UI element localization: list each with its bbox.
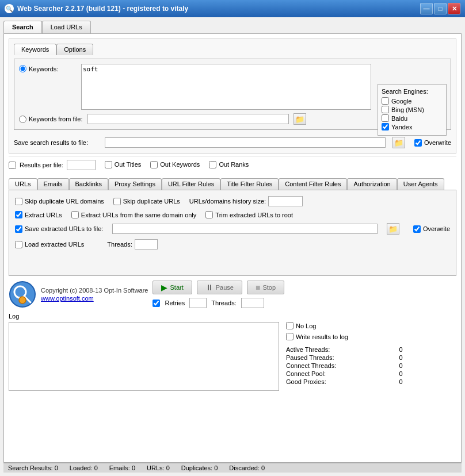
- skip-dup-domains-checkbox[interactable]: [15, 198, 22, 205]
- log-area: Log: [9, 313, 279, 458]
- engine-baidu-checkbox[interactable]: [382, 114, 389, 122]
- website-link[interactable]: www.optinsoft.com: [41, 295, 94, 302]
- no-log-checkbox[interactable]: [286, 322, 294, 329]
- save-extracted-overwrite: Overwrite: [413, 225, 450, 233]
- extract-same-domain-checkbox[interactable]: [71, 211, 79, 218]
- close-button[interactable]: ✕: [448, 3, 460, 14]
- retries-checkbox[interactable]: [153, 300, 160, 307]
- overwrite-checkbox[interactable]: [414, 139, 422, 147]
- url-row-2: Extract URLs Extract URLs from the same …: [15, 211, 450, 218]
- out-ranks-label: Out Ranks: [219, 161, 249, 168]
- write-results-label: Write results to log: [296, 333, 348, 340]
- control-threads-input[interactable]: 1: [241, 298, 264, 308]
- keywords-textarea-wrap: soft: [81, 64, 371, 111]
- tab-proxy-settings[interactable]: Proxy Settings: [108, 178, 162, 190]
- svg-point-3: [19, 297, 26, 304]
- keywords-textarea[interactable]: soft: [81, 64, 371, 110]
- results-bar: Results per file: 1000 Out Titles Out Ke…: [9, 156, 456, 174]
- search-panel: Search Engines: Google Bing (MSN) Baidu …: [9, 39, 456, 153]
- title-bar: 🔍 Web Searcher 2.2.17 (build 121) - regi…: [0, 0, 465, 17]
- no-log-label: No Log: [296, 323, 316, 329]
- out-ranks: Out Ranks: [209, 161, 249, 168]
- out-titles-label: Out Titles: [115, 161, 141, 168]
- window-controls: — □ ✕: [420, 3, 460, 14]
- app-icon: 🔍: [5, 4, 14, 13]
- out-keywords-checkbox[interactable]: [150, 161, 158, 168]
- outer-tabs: Search Load URLs: [3, 21, 462, 33]
- window-title: Web Searcher 2.2.17 (build 121) - regist…: [17, 5, 188, 13]
- engine-google-label: Google: [391, 98, 411, 105]
- tab-title-filter-rules[interactable]: Title Filter Rules: [220, 178, 279, 190]
- pause-button[interactable]: ⏸ Pause: [197, 281, 242, 294]
- tab-content-filter-rules[interactable]: Content Filter Rules: [279, 178, 347, 190]
- from-file-browse-button[interactable]: 📁: [294, 113, 306, 125]
- url-panel: Skip duplicate URL domains Skip duplicat…: [9, 190, 456, 276]
- from-file-input[interactable]: [87, 114, 289, 124]
- results-per-file-checkbox[interactable]: [9, 162, 16, 169]
- connect-pool-label: Connect Pool:: [286, 370, 390, 377]
- stop-icon: ■: [256, 283, 260, 292]
- skip-dup-domains-label: Skip duplicate URL domains: [25, 198, 104, 205]
- url-row-3: Save extracted URLs to file: C:\temp\ws-…: [15, 223, 450, 235]
- bottom-section: Copyright (c) 2008-13 Opt-In Software ww…: [9, 281, 456, 310]
- save-results-row: Save search results to file: C:\temp\ws-…: [14, 137, 451, 148]
- history-size: URLs/domains history size: 10000: [189, 196, 303, 206]
- active-threads-label: Active Threads:: [286, 346, 390, 353]
- save-path-input[interactable]: C:\temp\ws-yandex.txt: [105, 137, 386, 148]
- tab-url-filter-rules[interactable]: URL Filter Rules: [162, 178, 220, 190]
- tab-load-urls[interactable]: Load URLs: [42, 21, 91, 33]
- results-per-file-input[interactable]: 1000: [67, 160, 96, 170]
- save-extracted-checkbox[interactable]: [15, 225, 22, 233]
- load-extracted-checkbox[interactable]: [15, 241, 22, 248]
- save-label: Save search results to file:: [14, 139, 100, 146]
- tab-urls[interactable]: URLs: [9, 178, 37, 190]
- main-panel: Search Engines: Google Bing (MSN) Baidu …: [3, 33, 462, 463]
- save-extracted-overwrite-checkbox[interactable]: [413, 225, 421, 233]
- engine-bing-checkbox[interactable]: [382, 106, 389, 113]
- skip-dup-urls: Skip duplicate URLs: [113, 198, 180, 205]
- tab-search[interactable]: Search: [3, 21, 42, 33]
- log-options-stats: No Log Write results to log Active Threa…: [286, 313, 456, 458]
- start-label: Start: [170, 284, 183, 291]
- stats-grid: Active Threads: 0 Paused Threads: 0 Conn…: [286, 346, 456, 385]
- stop-button[interactable]: ■ Stop: [247, 281, 284, 294]
- trim-to-root-checkbox[interactable]: [205, 211, 213, 218]
- controls-area: ▶ Start ⏸ Pause ■ Stop Retries 3: [153, 281, 456, 308]
- paused-threads-value: 0: [399, 354, 456, 361]
- tab-backlinks[interactable]: Backlinks: [69, 178, 108, 190]
- keywords-radio[interactable]: [19, 65, 26, 72]
- engine-yandex-checkbox[interactable]: [382, 123, 389, 130]
- out-ranks-checkbox[interactable]: [209, 161, 216, 168]
- extract-urls-label: Extract URLs: [25, 212, 62, 218]
- retries-input[interactable]: 3: [189, 298, 207, 308]
- out-titles-checkbox[interactable]: [105, 161, 112, 168]
- history-value-input[interactable]: 10000: [268, 196, 303, 206]
- retries-label: Retries: [165, 300, 185, 306]
- save-extracted-input[interactable]: C:\temp\ws-yandex-links.txt: [112, 224, 378, 234]
- skip-dup-urls-checkbox[interactable]: [113, 198, 121, 205]
- start-button[interactable]: ▶ Start: [153, 281, 192, 294]
- engine-google-checkbox[interactable]: [382, 97, 389, 105]
- tab-authorization[interactable]: Authorization: [347, 178, 397, 190]
- tab-options[interactable]: Options: [56, 44, 93, 55]
- write-results-checkbox[interactable]: [286, 333, 294, 340]
- minimize-button[interactable]: —: [420, 3, 433, 14]
- from-file-radio[interactable]: [19, 116, 26, 123]
- tab-emails[interactable]: Emails: [37, 178, 69, 190]
- log-box[interactable]: [9, 322, 279, 391]
- extract-urls-checkbox[interactable]: [15, 211, 22, 218]
- log-label: Log: [9, 313, 279, 320]
- threads: Threads: 1: [107, 239, 157, 249]
- save-extracted-browse[interactable]: 📁: [387, 223, 399, 235]
- search-engines-label: Search Engines:: [382, 88, 443, 95]
- tab-keywords[interactable]: Keywords: [14, 44, 56, 55]
- status-bar: Search Results: 0 Loaded: 0 Emails: 0 UR…: [3, 463, 462, 473]
- status-search-results: Search Results: 0: [8, 465, 58, 471]
- save-browse-button[interactable]: 📁: [392, 137, 405, 148]
- load-extracted: Load extracted URLs: [15, 241, 84, 248]
- threads-input[interactable]: 1: [135, 239, 158, 249]
- connect-pool-value: 0: [399, 370, 456, 377]
- engine-google: Google: [382, 97, 443, 105]
- tab-user-agents[interactable]: User Agents: [397, 178, 444, 190]
- maximize-button[interactable]: □: [434, 3, 447, 14]
